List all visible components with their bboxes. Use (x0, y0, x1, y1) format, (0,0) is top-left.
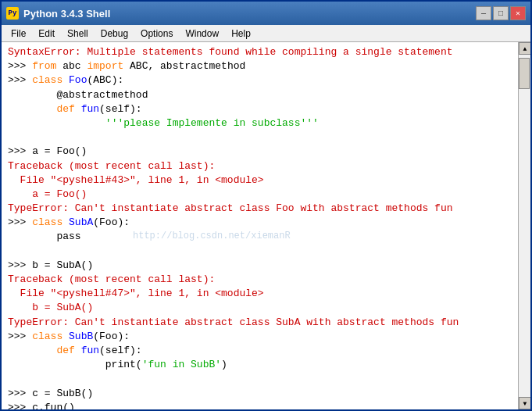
window-title: Python 3.4.3 Shell (23, 8, 476, 20)
line-7: Traceback (most recent call last): (8, 159, 512, 173)
line-0: SyntaxError: Multiple statements found w… (8, 45, 512, 59)
line-9: a = Foo() (8, 188, 512, 202)
window-controls: — □ ✕ (476, 6, 526, 20)
scroll-down-button[interactable]: ▼ (519, 397, 530, 409)
line-1: >>> from abc import ABC, abstractmethod (8, 59, 512, 73)
code-area[interactable]: SyntaxError: Multiple statements found w… (2, 42, 518, 409)
scrollbar[interactable]: ▲ ▼ (518, 42, 530, 409)
line-18: >>> class SubB(Foo): (8, 330, 512, 344)
line-3: @abstractmethod (8, 88, 512, 102)
menu-edit[interactable]: Edit (32, 27, 61, 41)
line-12: passhttp://blog.csdn.net/xiemanR (8, 230, 512, 244)
line-14: Traceback (most recent call last): (8, 273, 512, 287)
line-blank3 (8, 372, 512, 386)
close-button[interactable]: ✕ (510, 6, 526, 20)
line-22: >>> c.fun() (8, 401, 512, 409)
menu-help[interactable]: Help (225, 27, 257, 41)
line-17: TypeError: Can't instantiate abstract cl… (8, 316, 512, 330)
line-19: def fun(self): (8, 344, 512, 358)
line-blank1 (8, 130, 512, 145)
line-5: '''please Implemente in subclass''' (8, 116, 512, 130)
maximize-button[interactable]: □ (493, 6, 509, 20)
line-6: >>> a = Foo() (8, 145, 512, 159)
line-13: >>> b = SubA() (8, 259, 512, 273)
line-21: >>> c = SubB() (8, 387, 512, 401)
menu-file[interactable]: File (5, 27, 32, 41)
line-16: b = SubA() (8, 301, 512, 315)
line-8: File "<pyshell#43>", line 1, in <module> (8, 173, 512, 188)
line-11: >>> class SubA(Foo): (8, 216, 512, 230)
line-4: def fun(self): (8, 102, 512, 116)
shell-content: SyntaxError: Multiple statements found w… (2, 42, 530, 409)
line-10: TypeError: Can't instantiate abstract cl… (8, 202, 512, 216)
menu-window[interactable]: Window (179, 27, 225, 41)
scroll-up-button[interactable]: ▲ (519, 42, 530, 55)
menu-bar: File Edit Shell Debug Options Window Hel… (2, 25, 530, 42)
line-15: File "<pyshell#47>", line 1, in <module> (8, 287, 512, 301)
minimize-button[interactable]: — (476, 6, 491, 20)
menu-debug[interactable]: Debug (95, 27, 134, 41)
app-icon: Py (6, 7, 19, 20)
line-blank2 (8, 245, 512, 259)
line-2: >>> class Foo(ABC): (8, 73, 512, 88)
scroll-track[interactable] (519, 55, 530, 397)
title-bar: Py Python 3.4.3 Shell — □ ✕ (2, 2, 530, 25)
window: Py Python 3.4.3 Shell — □ ✕ File Edit Sh… (0, 0, 532, 411)
menu-shell[interactable]: Shell (61, 27, 95, 41)
menu-options[interactable]: Options (134, 27, 179, 41)
line-20: print('fun in SubB') (8, 358, 512, 372)
scroll-thumb[interactable] (519, 58, 530, 89)
